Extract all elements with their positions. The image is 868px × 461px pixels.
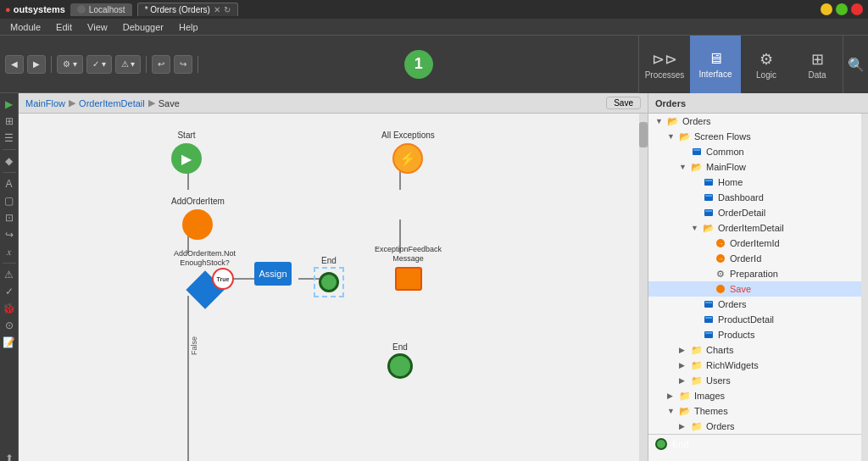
tab-orders[interactable]: * Orders (Orders) ✕ ↻ bbox=[137, 3, 238, 16]
menu-edit[interactable]: Edit bbox=[49, 20, 79, 34]
menu-help[interactable]: Help bbox=[172, 20, 205, 34]
tree-item-orderdetail[interactable]: OrderDetail bbox=[648, 205, 861, 220]
tree-item-orders2[interactable]: Orders bbox=[648, 297, 861, 312]
ls-a-btn[interactable]: A bbox=[2, 176, 17, 192]
start-circle[interactable]: ▶ bbox=[171, 143, 202, 174]
canvas-inner[interactable]: Start ▶ AddOrderItem AddOrderItem.NotEno… bbox=[19, 114, 648, 461]
exception-feedback-circle[interactable] bbox=[395, 267, 422, 291]
bc-arrow-2: ▶ bbox=[148, 97, 155, 108]
tree-item-users[interactable]: ▶📁Users bbox=[648, 373, 861, 388]
tree-label-orderid: OrderId bbox=[730, 253, 761, 264]
svg-rect-26 bbox=[705, 332, 712, 334]
ls-check-btn[interactable]: ✓ bbox=[2, 284, 17, 299]
tree-item-save[interactable]: Save bbox=[648, 281, 861, 297]
win-max-button[interactable] bbox=[836, 3, 848, 15]
tree-arrow-screen-flows: ▼ bbox=[667, 132, 676, 141]
tree-item-preparation[interactable]: ⚙Preparation bbox=[648, 266, 861, 281]
tree-label-save: Save bbox=[730, 284, 751, 294]
ls-vars-btn[interactable]: 𝑥 bbox=[2, 244, 17, 259]
tree-item-common[interactable]: Common bbox=[648, 144, 861, 159]
ls-excl-btn[interactable]: ⚠ bbox=[2, 267, 17, 282]
tree-label-common: Common bbox=[706, 147, 744, 157]
canvas: MainFlow ▶ OrderItemDetail ▶ Save Save bbox=[19, 93, 648, 461]
tree-item-mainflow[interactable]: ▼📂MainFlow bbox=[648, 159, 861, 175]
menu-module[interactable]: Module bbox=[3, 20, 47, 34]
tree-label-orderitemid: OrderItemId bbox=[730, 238, 780, 248]
tree-item-richwidgets[interactable]: ▶📁RichWidgets bbox=[648, 358, 861, 373]
search-panel-btn[interactable]: 🔍 bbox=[843, 36, 868, 93]
tree-item-orderid[interactable]: →OrderId bbox=[648, 251, 861, 266]
right-panel-title: Orders bbox=[655, 98, 686, 108]
processes-panel-btn[interactable]: ⊳⊳ Processes bbox=[639, 36, 690, 93]
add-order-item-node: AddOrderItem bbox=[171, 197, 225, 240]
run-button[interactable]: ⚙ ▾ bbox=[57, 55, 83, 74]
back-button[interactable]: ◀ bbox=[5, 55, 24, 74]
tree-item-orderitemdetail[interactable]: ▼📂OrderItemDetail bbox=[648, 220, 861, 236]
ls-diamond-btn[interactable]: ◆ bbox=[2, 153, 17, 169]
tree-item-charts[interactable]: ▶📁Charts bbox=[648, 342, 861, 358]
tree-item-orders-theme[interactable]: ▶📁Orders bbox=[648, 419, 861, 434]
ls-screen-btn[interactable]: ▢ bbox=[2, 193, 17, 208]
tab-close-icon[interactable]: ✕ bbox=[214, 5, 220, 14]
end-2-circle[interactable] bbox=[387, 353, 413, 379]
tree-label-home: Home bbox=[718, 177, 743, 187]
canvas-vscroll-thumb[interactable] bbox=[639, 122, 648, 147]
tree-item-dashboard[interactable]: Dashboard bbox=[648, 190, 861, 205]
canvas-save-button[interactable]: Save bbox=[606, 97, 641, 109]
tree-icon-images: 📁 bbox=[679, 390, 691, 402]
ls-sep-1 bbox=[3, 149, 16, 150]
tab-localhost[interactable]: Localhost bbox=[70, 3, 132, 16]
tree-item-orders[interactable]: ▼📂Orders bbox=[648, 114, 861, 129]
bc-mainflow[interactable]: MainFlow bbox=[25, 98, 65, 108]
debug-button[interactable]: ⚠ ▾ bbox=[115, 55, 142, 74]
undo-button[interactable]: ↩ bbox=[152, 55, 170, 74]
tree-label-orderitemdetail: OrderItemDetail bbox=[718, 223, 784, 233]
logic-panel-btn[interactable]: ⚙ Logic bbox=[741, 36, 792, 93]
tree-item-screen-flows[interactable]: ▼📂Screen Flows bbox=[648, 129, 861, 144]
tree-icon-preparation: ⚙ bbox=[715, 268, 726, 280]
add-order-item-circle[interactable] bbox=[182, 209, 213, 240]
ls-pointer-btn[interactable]: ▶ bbox=[2, 97, 17, 112]
bc-orderitemdetail[interactable]: OrderItemDetail bbox=[79, 98, 145, 108]
tree-label-charts: Charts bbox=[706, 345, 733, 355]
win-min-button[interactable] bbox=[821, 3, 832, 15]
ls-collapse-btn[interactable]: ⬆ bbox=[2, 451, 17, 461]
tree-item-products[interactable]: Products bbox=[648, 327, 861, 342]
ls-list-btn[interactable]: ☰ bbox=[2, 131, 17, 146]
interface-icon: 🖥 bbox=[708, 50, 723, 68]
tree-icon-save bbox=[715, 283, 726, 295]
ls-grid-btn[interactable]: ⊞ bbox=[2, 114, 17, 129]
tree-arrow-orderitemdetail: ▼ bbox=[691, 224, 699, 232]
tree-item-productdetail[interactable]: ProductDetail bbox=[648, 312, 861, 327]
check-button[interactable]: ✓ ▾ bbox=[86, 55, 112, 74]
menu-debugger[interactable]: Debugger bbox=[116, 20, 170, 34]
tree-label-images: Images bbox=[694, 391, 725, 401]
ls-widget-btn[interactable]: ⊡ bbox=[2, 210, 17, 225]
tree-icon-productdetail bbox=[703, 314, 715, 325]
menu-view[interactable]: View bbox=[81, 20, 114, 34]
ls-end-btn[interactable]: ⊙ bbox=[2, 318, 17, 333]
all-exceptions-circle[interactable]: ⚡ bbox=[392, 143, 423, 174]
toolbar-sep-3 bbox=[198, 56, 198, 73]
canvas-vscroll[interactable] bbox=[639, 114, 648, 461]
win-close-button[interactable] bbox=[851, 3, 863, 15]
tree-item-home[interactable]: Home bbox=[648, 175, 861, 190]
right-panel-header: Orders bbox=[648, 93, 868, 114]
forward-button[interactable]: ▶ bbox=[27, 55, 46, 74]
tree-panel[interactable]: ▼📂Orders▼📂Screen FlowsCommon▼📂MainFlowHo… bbox=[648, 114, 868, 461]
ls-flow-btn[interactable]: ↪ bbox=[2, 227, 17, 242]
tree-icon-orders: 📂 bbox=[667, 115, 679, 127]
end-1-dashed[interactable] bbox=[314, 267, 344, 297]
tree-item-orderitemid[interactable]: →OrderItemId bbox=[648, 236, 861, 251]
tab-refresh-icon[interactable]: ↻ bbox=[224, 5, 231, 14]
end-node-2-container: End bbox=[387, 342, 413, 379]
tree-item-images[interactable]: ▶📁Images bbox=[648, 388, 861, 403]
data-panel-btn[interactable]: ⊞ Data bbox=[792, 36, 843, 93]
exception-feedback-label: ExceptionFeedbackMessage bbox=[375, 245, 442, 264]
redo-button[interactable]: ↪ bbox=[174, 55, 192, 74]
tree-item-themes[interactable]: ▼📂Themes bbox=[648, 403, 861, 419]
assign-box[interactable]: Assign bbox=[254, 262, 292, 286]
ls-bug-btn[interactable]: 🐞 bbox=[2, 301, 17, 316]
interface-panel-btn[interactable]: 🖥 Interface bbox=[690, 36, 741, 93]
ls-note-btn[interactable]: 📝 bbox=[2, 335, 17, 350]
